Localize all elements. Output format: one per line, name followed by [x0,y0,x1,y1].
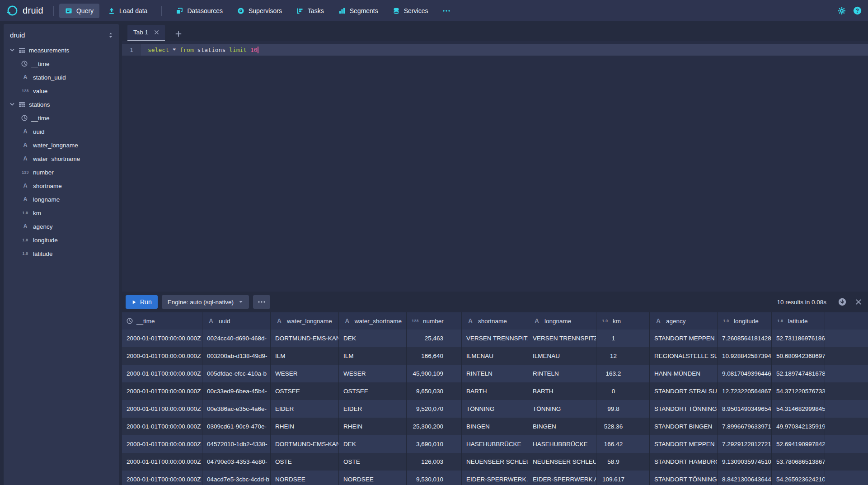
cell-agency[interactable]: HANN-MÜNDEN [650,365,718,382]
cell-water-longname[interactable]: RHEIN [271,418,339,435]
cell-uuid[interactable]: 0024cc40-d690-468d- [202,330,271,347]
tree-column--time[interactable]: __time [4,111,119,125]
cell-latitude[interactable]: 54.371220576733 [772,382,825,400]
cell-km[interactable]: 528.36 [596,418,650,435]
tree-column-station-uuid[interactable]: Astation_uuid [4,71,119,84]
cell-water-longname[interactable]: DORTMUND-EMS-KANAL [271,330,339,347]
cell-water-longname[interactable]: WESER [271,365,339,382]
cell-shortname[interactable]: NEUENSEER SCHLEUSE [462,453,528,471]
query-more-button[interactable] [253,295,270,309]
cell-agency[interactable]: STANDORT BINGEN [650,418,718,435]
cell-latitude[interactable]: 49.970342135919 [772,418,825,435]
header-cell--time[interactable]: __time [122,312,202,330]
tree-table-stations[interactable]: stations [4,98,119,111]
cell-uuid[interactable]: 04572010-1db2-4338- [202,435,271,453]
cell-latitude[interactable]: 50.680942368697 [772,347,825,365]
tree-column-longname[interactable]: Alongname [4,193,119,206]
double-caret-vertical-icon[interactable] [108,32,113,38]
cell-longname[interactable]: VERSEN TRENNSPITZE [528,330,596,347]
tree-column-value[interactable]: 123value [4,84,119,98]
cell-water-longname[interactable]: NORDSEE [271,471,339,485]
cell-uuid[interactable]: 04790e03-4353-4e80- [202,453,271,471]
cell-km[interactable]: 0 [596,382,650,400]
cell-water-longname[interactable]: OSTE [271,453,339,471]
cell-km[interactable]: 163.2 [596,365,650,382]
cell-longname[interactable]: ILMENAU [528,347,596,365]
header-cell-longname[interactable]: Alongname [528,312,596,330]
help-icon[interactable]: ? [853,6,862,15]
cell-km[interactable]: 58.9 [596,453,650,471]
cell-agency[interactable]: STANDORT STRALSUND [650,382,718,400]
nav-item-query[interactable]: Query [59,4,99,18]
cell-latitude[interactable]: 53.780686513867 [772,453,825,471]
cell-water-longname[interactable]: OSTSEE [271,382,339,400]
cell-number[interactable]: 25,300,200 [407,418,462,435]
cell-longitude[interactable]: 9.1309035974510 [718,453,772,471]
cell-water-shortname[interactable]: OSTSEE [339,382,407,400]
cell-longitude[interactable]: 8.9501490349654 [718,400,772,418]
cell-longname[interactable]: EIDER-SPERRWERK AP [528,471,596,485]
cell-agency[interactable]: STANDORT HAMBURG [650,453,718,471]
cell-uuid[interactable]: 0309cd61-90c9-470e- [202,418,271,435]
cell-longname[interactable]: NEUENSEER SCHLEUSE [528,453,596,471]
cell-shortname[interactable]: ILMENAU [462,347,528,365]
tree-column-water-longname[interactable]: Awater_longname [4,138,119,152]
cell-water-shortname[interactable]: WESER [339,365,407,382]
cell-km[interactable]: 1 [596,330,650,347]
cell-km[interactable]: 166.42 [596,435,650,453]
cell-uuid[interactable]: 00e386ac-e35c-4a6e- [202,400,271,418]
cell-shortname[interactable]: TÖNNING [462,400,528,418]
cell-longitude[interactable]: 8.8421300643644 [718,471,772,485]
cell-latitude[interactable]: 52.731186976186 [772,330,825,347]
cell-number[interactable]: 9,650,030 [407,382,462,400]
tab-1[interactable]: Tab 1 [127,25,165,41]
nav-item-tasks[interactable]: Tasks [291,4,330,18]
tree-column-km[interactable]: 1.0km [4,206,119,220]
download-icon[interactable] [838,297,847,306]
close-results-icon[interactable] [855,299,862,305]
cell-number[interactable]: 166,640 [407,347,462,365]
cell-uuid[interactable]: 00c33ed9-6bea-45b4- [202,382,271,400]
cell-number[interactable]: 126,003 [407,453,462,471]
tree-column-latitude[interactable]: 1.0latitude [4,247,119,260]
nav-more-button[interactable] [436,4,456,18]
nav-item-supervisors[interactable]: Supervisors [231,4,288,18]
cell-water-shortname[interactable]: DEK [339,330,407,347]
cell--time[interactable]: 2000-01-01T00:00:00.000Z [122,365,202,382]
nav-item-segments[interactable]: Segments [333,4,384,18]
header-cell-uuid[interactable]: Auuid [202,312,271,330]
cell-latitude[interactable]: 52.189747481678 [772,365,825,382]
cell--time[interactable]: 2000-01-01T00:00:00.000Z [122,330,202,347]
cell-water-shortname[interactable]: NORDSEE [339,471,407,485]
cell-longname[interactable]: BINGEN [528,418,596,435]
cell-shortname[interactable]: RINTELN [462,365,528,382]
settings-gear-icon[interactable] [838,7,846,15]
nav-item-datasources[interactable]: Datasources [170,4,229,18]
cell--time[interactable]: 2000-01-01T00:00:00.000Z [122,382,202,400]
header-cell-shortname[interactable]: Ashortname [462,312,528,330]
sql-editor[interactable]: 1 select * from stations limit 10 [122,41,868,292]
cell-shortname[interactable]: BINGEN [462,418,528,435]
cell-agency[interactable]: REGIONALSTELLE SUHL [650,347,718,365]
cell-uuid[interactable]: 005dfdae-efcc-410a-b [202,365,271,382]
cell-longname[interactable]: BARTH [528,382,596,400]
header-cell-agency[interactable]: Aagency [650,312,718,330]
header-cell-latitude[interactable]: 1.0latitude [772,312,825,330]
app-logo[interactable]: druid [6,5,43,17]
engine-select-button[interactable]: Engine: auto (sql-native) [162,295,249,309]
cell-water-shortname[interactable]: RHEIN [339,418,407,435]
cell-water-shortname[interactable]: EIDER [339,400,407,418]
cell-water-shortname[interactable]: DEK [339,435,407,453]
cell-longitude[interactable]: 9.0817049396446 [718,365,772,382]
cell--time[interactable]: 2000-01-01T00:00:00.000Z [122,453,202,471]
cell-agency[interactable]: STANDORT MEPPEN [650,330,718,347]
cell-number[interactable]: 9,530,010 [407,471,462,485]
cell-latitude[interactable]: 54.265923624210 [772,471,825,485]
nav-item-services[interactable]: Services [387,4,434,18]
cell-number[interactable]: 3,690,010 [407,435,462,453]
cell-km[interactable]: 109.617 [596,471,650,485]
cell-longitude[interactable]: 7.8996679633971 [718,418,772,435]
cell-agency[interactable]: STANDORT TÖNNING [650,400,718,418]
cell-water-longname[interactable]: EIDER [271,400,339,418]
cell--time[interactable]: 2000-01-01T00:00:00.000Z [122,418,202,435]
